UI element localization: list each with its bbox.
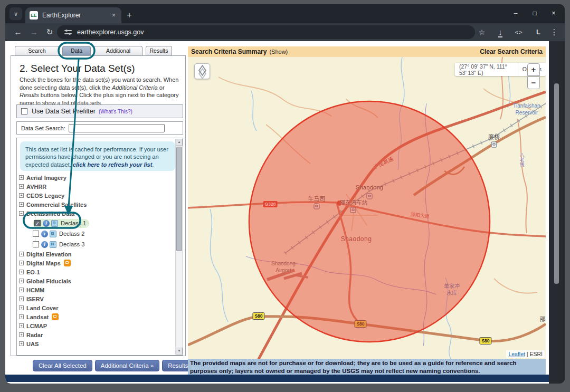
- footprint-icon[interactable]: [50, 241, 56, 248]
- tree-category[interactable]: +Digital Elevation: [19, 250, 175, 259]
- layers-control[interactable]: [194, 63, 210, 79]
- tree-category[interactable]: +EO-1: [19, 267, 175, 276]
- leaflet-map[interactable]: Shaodong 牛马司 邵东汽车站 沪昆高速 Shaodong 邵阳大道 廉桥…: [188, 57, 546, 359]
- dataset-checkbox[interactable]: [33, 231, 39, 237]
- tree-category[interactable]: +LCMAP: [19, 321, 175, 330]
- category-label: ISERV: [26, 296, 44, 302]
- dataset-search-row: Data Set Search:: [16, 121, 183, 135]
- tree-category[interactable]: +Radar: [19, 330, 175, 339]
- expand-plus-icon[interactable]: +: [19, 270, 24, 274]
- additional-criteria-button[interactable]: Additional Criteria »: [95, 360, 159, 371]
- tree-category[interactable]: +Digital Maps: [19, 259, 175, 267]
- tree-dataset-declass1[interactable]: ✓ i Declass 1: [19, 218, 175, 228]
- expand-plus-icon[interactable]: +: [19, 184, 24, 189]
- whats-this-link[interactable]: (What's This?): [99, 109, 132, 114]
- refresh-list-link[interactable]: click here to refresh your list: [73, 161, 152, 168]
- scroll-down-icon[interactable]: ▼: [176, 348, 183, 355]
- category-label: Digital Elevation: [26, 251, 72, 257]
- zoom-in-button[interactable]: +: [527, 63, 540, 76]
- expand-plus-icon[interactable]: +: [19, 341, 24, 346]
- minimize-button[interactable]: –: [510, 9, 521, 17]
- profile-avatar[interactable]: L: [532, 23, 545, 41]
- tab-results[interactable]: Results: [146, 46, 172, 56]
- expand-plus-icon[interactable]: +: [19, 175, 24, 180]
- expand-plus-icon[interactable]: +: [19, 288, 24, 292]
- dataset-checkbox[interactable]: [33, 241, 39, 247]
- browser-scrollbar-track[interactable]: [549, 41, 565, 384]
- expand-plus-icon[interactable]: +: [19, 305, 24, 310]
- close-window-button[interactable]: ×: [548, 9, 559, 17]
- tree-category[interactable]: +Landsat: [19, 312, 175, 321]
- tree-category[interactable]: +Land Cover: [19, 303, 175, 312]
- tree-category[interactable]: +Aerial Imagery: [19, 173, 175, 182]
- zoom-out-button[interactable]: −: [527, 77, 540, 89]
- clear-all-selected-button[interactable]: Clear All Selected: [33, 360, 92, 371]
- category-label: Land Cover: [26, 305, 59, 311]
- expand-plus-icon[interactable]: +: [19, 252, 24, 256]
- list-scrollbar[interactable]: ▲ ▼: [175, 139, 182, 355]
- tree-category[interactable]: +UAS: [19, 339, 175, 348]
- info-icon[interactable]: i: [41, 231, 48, 237]
- dataset-list: This data set list is cached for perform…: [16, 138, 183, 356]
- panel-intro: Check the boxes for the data set(s) you …: [20, 76, 180, 107]
- tab-close-icon[interactable]: ×: [110, 12, 117, 19]
- forward-button[interactable]: →: [27, 23, 40, 41]
- tab-title: EarthExplorer: [42, 12, 110, 19]
- tree-dataset-declass3[interactable]: i Declass 3: [19, 239, 175, 250]
- footprint-icon[interactable]: [50, 231, 56, 237]
- category-label: AVHRR: [26, 184, 46, 190]
- reload-button[interactable]: ↻: [43, 23, 56, 41]
- clear-search-criteria-link[interactable]: Clear Search Criteria: [480, 48, 543, 55]
- bookmark-star-icon[interactable]: ☆: [476, 23, 488, 41]
- browser-tab[interactable]: EE EarthExplorer ×: [25, 7, 121, 23]
- scroll-up-icon[interactable]: ▲: [176, 139, 183, 146]
- map-label-tianfaishan-reservoir: TianfaishanReservoir: [513, 103, 540, 116]
- address-bar[interactable]: earthexplorer.usgs.gov: [57, 25, 475, 39]
- tree-category-declassified[interactable]: −Declassified Data: [19, 209, 175, 218]
- map-disclaimer: The provided maps are not for purchase o…: [188, 359, 546, 375]
- footprint-icon[interactable]: [51, 220, 58, 227]
- expand-plus-icon[interactable]: +: [19, 332, 24, 337]
- tree-category[interactable]: +Global Fiducials: [19, 276, 175, 285]
- tab-data-sets[interactable]: Data Sets: [62, 46, 91, 56]
- dataset-checkbox-checked[interactable]: ✓: [34, 220, 41, 226]
- prefilter-checkbox[interactable]: [21, 108, 27, 114]
- tab-additional-criteria[interactable]: Additional Criteria: [94, 46, 142, 56]
- show-toggle-link[interactable]: (Show): [269, 49, 288, 55]
- dataset-search-input[interactable]: [69, 124, 165, 132]
- tab-strip: ∨ EE EarthExplorer × + – □ ×: [5, 4, 565, 23]
- tree-category[interactable]: +ISERV: [19, 294, 175, 303]
- back-button[interactable]: ←: [12, 23, 24, 41]
- tree-dataset-declass2[interactable]: i Declass 2: [19, 228, 175, 239]
- new-tab-button[interactable]: +: [127, 7, 132, 23]
- category-label: Declassified Data: [26, 211, 74, 217]
- download-icon[interactable]: ↓: [494, 23, 507, 41]
- tab-search-chevron-button[interactable]: ∨: [10, 7, 22, 20]
- code-extension-icon[interactable]: < >: [510, 23, 527, 41]
- expand-plus-icon[interactable]: +: [19, 261, 24, 265]
- tab-search-criteria[interactable]: Search Criteria: [15, 46, 59, 56]
- expand-plus-icon[interactable]: +: [19, 193, 24, 198]
- list-scrollbar-thumb[interactable]: [176, 147, 182, 251]
- collapse-minus-icon[interactable]: −: [19, 211, 24, 216]
- earthexplorer-favicon: EE: [30, 11, 38, 20]
- maximize-button[interactable]: □: [529, 9, 540, 17]
- tree-category[interactable]: +CEOS Legacy: [19, 191, 175, 200]
- info-icon[interactable]: i: [41, 241, 48, 248]
- expand-plus-icon[interactable]: +: [19, 314, 24, 319]
- expand-plus-icon[interactable]: +: [19, 323, 24, 328]
- expand-plus-icon[interactable]: +: [19, 297, 24, 301]
- browser-scrollbar-thumb[interactable]: [554, 83, 559, 284]
- tree-category[interactable]: +Commercial Satellites: [19, 200, 175, 209]
- leaflet-link[interactable]: Leaflet: [508, 351, 525, 357]
- kebab-menu-icon[interactable]: ⋮: [548, 23, 560, 41]
- site-settings-icon[interactable]: [64, 30, 72, 35]
- tree-category[interactable]: +AVHRR: [19, 182, 175, 191]
- tree-category[interactable]: +HCMM: [19, 285, 175, 294]
- expand-plus-icon[interactable]: +: [19, 202, 24, 207]
- station-icon: [314, 204, 320, 209]
- info-icon[interactable]: i: [43, 220, 50, 227]
- route-shield-s80: S80: [252, 312, 264, 320]
- expand-plus-icon[interactable]: +: [19, 279, 24, 283]
- map-header-bar: Search Criteria Summary (Show) Clear Sea…: [188, 46, 546, 57]
